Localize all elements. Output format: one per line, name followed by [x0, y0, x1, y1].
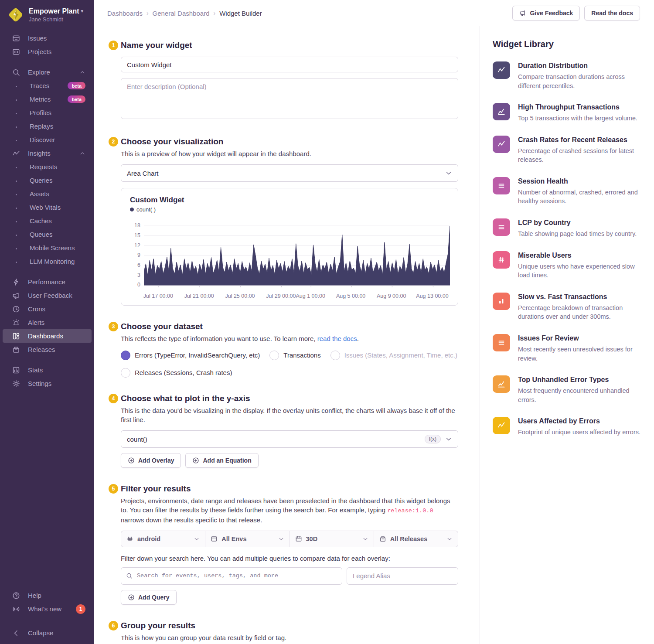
sidebar-item-label: Collapse: [28, 629, 53, 637]
read-the-docs-link[interactable]: read the docs: [317, 335, 357, 342]
give-feedback-button[interactable]: Give Feedback: [512, 6, 580, 20]
releases-icon: [12, 346, 20, 354]
widget-library-item[interactable]: LCP by Country Table showing page load t…: [493, 218, 641, 239]
dataset-radio-option[interactable]: Releases (Sessions, Crash rates): [121, 368, 458, 378]
step-number-badge: 3: [109, 322, 118, 331]
widget-name-input[interactable]: [121, 57, 458, 72]
beta-badge: beta: [68, 95, 85, 103]
sidebar-item-label: Metrics: [30, 95, 51, 103]
sidebar-item[interactable]: User Feedback: [3, 289, 92, 302]
step-title: Group your results: [121, 620, 458, 631]
sidebar-item-label: Performance: [28, 278, 65, 286]
whats-new-count-badge: 1: [76, 604, 85, 614]
sidebar-item[interactable]: Insights: [3, 147, 92, 160]
widget-library-item[interactable]: Session Health Number of abnormal, crash…: [493, 177, 641, 206]
sidebar-item[interactable]: Queries: [3, 174, 92, 187]
sidebar-item[interactable]: Crons: [3, 302, 92, 316]
legend-dot: [130, 208, 134, 211]
sidebar: Empower Plant ▾ Jane Schmidt Issues Proj…: [0, 0, 94, 644]
filter-segment[interactable]: All Envs: [205, 531, 290, 547]
y-axis-label: 0: [130, 282, 140, 288]
sidebar-item[interactable]: Profiles: [3, 106, 92, 119]
step-yaxis: 4 Choose what to plot in the y-axis This…: [109, 393, 458, 468]
widget-library-item-title: Issues For Review: [518, 334, 641, 343]
read-docs-button[interactable]: Read the docs: [584, 6, 640, 20]
sidebar-item-label: Alerts: [28, 319, 44, 326]
chart-up-icon: [493, 103, 510, 120]
sidebar-item[interactable]: Replays: [3, 119, 92, 133]
widget-library-item-desc: Most recently seen unresolved issues for…: [518, 345, 641, 363]
sidebar-item[interactable]: Assets: [3, 187, 92, 201]
query-search-box[interactable]: [121, 567, 342, 585]
add-overlay-button[interactable]: Add Overlay: [121, 453, 181, 468]
sidebar-item[interactable]: Releases: [3, 343, 92, 356]
dataset-radio-option[interactable]: Issues (States, Assignment, Time, etc.): [330, 351, 457, 360]
widget-library-item-title: Slow vs. Fast Transactions: [518, 293, 641, 301]
whatsnew-icon: [12, 605, 20, 613]
sidebar-item[interactable]: Issues: [3, 31, 92, 45]
widget-library-item[interactable]: Duration Distribution Compare transactio…: [493, 61, 641, 90]
dataset-radio-option[interactable]: Errors (TypeError, InvalidSearchQuery, e…: [121, 351, 260, 360]
sidebar-item[interactable]: Web Vitals: [3, 201, 92, 214]
sidebar-item[interactable]: Traces beta: [3, 79, 92, 92]
org-switcher[interactable]: Empower Plant ▾ Jane Schmidt: [0, 0, 94, 28]
sidebar-bottom-item[interactable]: What's new 1: [3, 602, 92, 616]
x-axis-label: Jul 25 00:00: [225, 293, 255, 299]
y-axis-label: 3: [130, 272, 140, 278]
sidebar-bottom-item[interactable]: Collapse: [3, 626, 92, 640]
widget-library-item[interactable]: Users Affected by Errors Footprint of un…: [493, 417, 641, 437]
visualization-select[interactable]: Area Chart: [121, 164, 458, 182]
window-icon: [211, 535, 218, 542]
x-axis-label: Jul 21 00:00: [184, 293, 214, 299]
query-search-input[interactable]: [136, 572, 337, 579]
lines-icon: [493, 218, 510, 236]
sidebar-item[interactable]: Caches: [3, 214, 92, 228]
sidebar-bottom: Help What's new 1 Collapse: [0, 589, 94, 640]
sidebar-item-label: Discover: [30, 136, 55, 143]
sidebar-item-label: Requests: [30, 163, 57, 170]
yaxis-function-select[interactable]: count() f(x): [121, 430, 458, 448]
filter-segment[interactable]: 30D: [290, 531, 374, 547]
filter-segment[interactable]: android: [121, 531, 205, 547]
add-query-button[interactable]: Add Query: [121, 590, 177, 605]
widget-library-item[interactable]: Miserable Users Unique users who have ex…: [493, 251, 641, 280]
sidebar-item[interactable]: LLM Monitoring: [3, 255, 92, 268]
widget-library-item-title: Top Unhandled Error Types: [518, 375, 641, 384]
filter-segment[interactable]: All Releases: [374, 531, 458, 547]
sidebar-item[interactable]: Metrics beta: [3, 92, 92, 106]
sidebar-item[interactable]: Discover: [3, 133, 92, 147]
widget-library-item[interactable]: Slow vs. Fast Transactions Percentage br…: [493, 293, 641, 321]
widget-library-item[interactable]: Top Unhandled Error Types Most frequentl…: [493, 375, 641, 404]
widget-library-item[interactable]: Issues For Review Most recently seen unr…: [493, 334, 641, 363]
sidebar-item-label: Insights: [28, 150, 51, 157]
sidebar-item[interactable]: Mobile Screens: [3, 241, 92, 255]
plus-circle-icon: [128, 594, 135, 601]
sidebar-item[interactable]: Stats: [3, 363, 92, 377]
sidebar-bottom-item[interactable]: Help: [3, 589, 92, 602]
widget-library-item[interactable]: High Throughput Transactions Top 5 trans…: [493, 103, 641, 123]
sidebar-item[interactable]: Settings: [3, 377, 92, 390]
step-title: Name your widget: [121, 40, 458, 51]
sidebar-item-label: Settings: [28, 380, 51, 387]
widget-library-item-desc: Top 5 transactions with the largest volu…: [518, 114, 637, 123]
step-subtitle: This is a preview of how your widget wil…: [121, 149, 458, 158]
breadcrumb-general-dashboard[interactable]: General Dashboard: [153, 10, 210, 17]
add-equation-button[interactable]: Add an Equation: [185, 453, 258, 468]
preview-chart-title: Custom Widget: [130, 196, 449, 204]
breadcrumb-dashboards[interactable]: Dashboards: [107, 10, 143, 17]
widget-description-input[interactable]: [121, 78, 458, 119]
sidebar-item[interactable]: Requests: [3, 160, 92, 174]
legend-alias-input[interactable]: [347, 567, 458, 585]
dataset-radio-option[interactable]: Transactions: [269, 351, 320, 360]
sidebar-item[interactable]: Alerts: [3, 316, 92, 329]
sidebar-item[interactable]: Dashboards: [3, 329, 92, 343]
chevron-up-icon: [79, 150, 85, 157]
chevron-down-icon: [194, 536, 200, 542]
sidebar-item[interactable]: Explore: [3, 65, 92, 79]
sidebar-item[interactable]: Projects: [3, 45, 92, 58]
sidebar-item[interactable]: Queues: [3, 228, 92, 241]
sidebar-item[interactable]: Performance: [3, 275, 92, 289]
step-title: Choose your dataset: [121, 321, 458, 332]
widget-library-item[interactable]: Crash Rates for Recent Releases Percenta…: [493, 136, 641, 164]
widget-library-item-title: Crash Rates for Recent Releases: [518, 136, 641, 144]
